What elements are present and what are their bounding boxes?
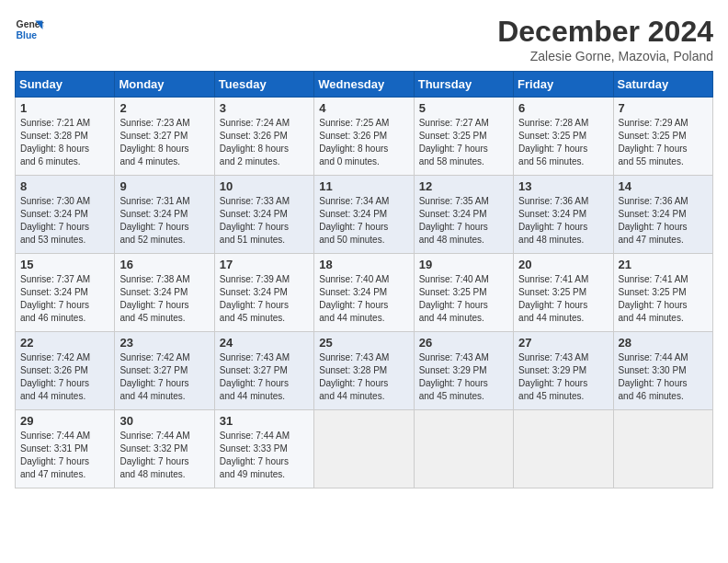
day-info: Sunrise: 7:31 AM Sunset: 3:24 PM Dayligh… <box>119 195 209 247</box>
calendar-day-cell: 18Sunrise: 7:40 AM Sunset: 3:24 PM Dayli… <box>314 254 414 332</box>
day-number: 5 <box>419 101 508 115</box>
calendar-day-cell: 22Sunrise: 7:42 AM Sunset: 3:26 PM Dayli… <box>16 332 115 410</box>
day-number: 16 <box>119 258 209 271</box>
calendar-week-row: 1Sunrise: 7:21 AM Sunset: 3:28 PM Daylig… <box>16 98 713 176</box>
day-number: 31 <box>220 414 309 428</box>
calendar-day-cell: 16Sunrise: 7:38 AM Sunset: 3:24 PM Dayli… <box>115 254 214 332</box>
day-number: 11 <box>319 179 408 193</box>
day-info: Sunrise: 7:29 AM Sunset: 3:25 PM Dayligh… <box>619 117 708 168</box>
day-info: Sunrise: 7:42 AM Sunset: 3:27 PM Dayligh… <box>119 351 209 403</box>
calendar-day-cell: 3Sunrise: 7:24 AM Sunset: 3:26 PM Daylig… <box>214 98 313 176</box>
day-number: 27 <box>518 336 608 350</box>
logo: General Blue <box>15 15 44 44</box>
calendar-body: 1Sunrise: 7:21 AM Sunset: 3:28 PM Daylig… <box>16 98 713 488</box>
calendar-day-cell: 25Sunrise: 7:43 AM Sunset: 3:28 PM Dayli… <box>314 332 414 410</box>
day-number: 19 <box>419 258 508 271</box>
day-info: Sunrise: 7:40 AM Sunset: 3:25 PM Dayligh… <box>419 273 508 325</box>
calendar-day-cell: 26Sunrise: 7:43 AM Sunset: 3:29 PM Dayli… <box>414 332 513 410</box>
calendar-day-cell: 28Sunrise: 7:44 AM Sunset: 3:30 PM Dayli… <box>613 332 712 410</box>
calendar-day-cell: 1Sunrise: 7:21 AM Sunset: 3:28 PM Daylig… <box>16 98 115 176</box>
day-number: 14 <box>619 179 708 193</box>
calendar-day-cell <box>314 410 414 488</box>
day-number: 25 <box>319 336 408 350</box>
day-info: Sunrise: 7:21 AM Sunset: 3:28 PM Dayligh… <box>20 117 109 168</box>
day-header: Thursday <box>414 72 513 98</box>
day-header: Sunday <box>16 72 115 98</box>
calendar-day-cell: 11Sunrise: 7:34 AM Sunset: 3:24 PM Dayli… <box>314 176 414 254</box>
day-number: 29 <box>20 414 109 428</box>
day-number: 18 <box>319 258 408 271</box>
day-number: 22 <box>20 336 109 350</box>
calendar-day-cell: 5Sunrise: 7:27 AM Sunset: 3:25 PM Daylig… <box>414 98 513 176</box>
day-header: Saturday <box>613 72 712 98</box>
day-info: Sunrise: 7:39 AM Sunset: 3:24 PM Dayligh… <box>220 273 309 325</box>
day-number: 4 <box>319 101 408 115</box>
calendar-day-cell: 17Sunrise: 7:39 AM Sunset: 3:24 PM Dayli… <box>214 254 313 332</box>
calendar-day-cell: 24Sunrise: 7:43 AM Sunset: 3:27 PM Dayli… <box>214 332 313 410</box>
calendar-day-cell: 12Sunrise: 7:35 AM Sunset: 3:24 PM Dayli… <box>414 176 513 254</box>
day-info: Sunrise: 7:30 AM Sunset: 3:24 PM Dayligh… <box>20 195 109 247</box>
day-number: 15 <box>20 258 109 271</box>
calendar-header-row: SundayMondayTuesdayWednesdayThursdayFrid… <box>16 72 713 98</box>
day-info: Sunrise: 7:23 AM Sunset: 3:27 PM Dayligh… <box>119 117 209 168</box>
day-number: 21 <box>619 258 708 271</box>
day-info: Sunrise: 7:42 AM Sunset: 3:26 PM Dayligh… <box>20 351 109 403</box>
day-info: Sunrise: 7:41 AM Sunset: 3:25 PM Dayligh… <box>619 273 708 325</box>
calendar-day-cell: 8Sunrise: 7:30 AM Sunset: 3:24 PM Daylig… <box>16 176 115 254</box>
calendar-day-cell: 30Sunrise: 7:44 AM Sunset: 3:32 PM Dayli… <box>115 410 214 488</box>
day-info: Sunrise: 7:44 AM Sunset: 3:31 PM Dayligh… <box>20 430 109 481</box>
calendar-day-cell: 10Sunrise: 7:33 AM Sunset: 3:24 PM Dayli… <box>214 176 313 254</box>
day-number: 28 <box>619 336 708 350</box>
day-info: Sunrise: 7:36 AM Sunset: 3:24 PM Dayligh… <box>619 195 708 247</box>
day-number: 17 <box>220 258 309 271</box>
calendar-week-row: 22Sunrise: 7:42 AM Sunset: 3:26 PM Dayli… <box>16 332 713 410</box>
day-number: 3 <box>220 101 309 115</box>
calendar-day-cell: 27Sunrise: 7:43 AM Sunset: 3:29 PM Dayli… <box>514 332 613 410</box>
day-number: 20 <box>518 258 608 271</box>
calendar-week-row: 8Sunrise: 7:30 AM Sunset: 3:24 PM Daylig… <box>16 176 713 254</box>
calendar-day-cell: 6Sunrise: 7:28 AM Sunset: 3:25 PM Daylig… <box>514 98 613 176</box>
day-info: Sunrise: 7:43 AM Sunset: 3:28 PM Dayligh… <box>319 351 408 403</box>
day-info: Sunrise: 7:27 AM Sunset: 3:25 PM Dayligh… <box>419 117 508 168</box>
calendar-table: SundayMondayTuesdayWednesdayThursdayFrid… <box>15 71 713 488</box>
day-info: Sunrise: 7:36 AM Sunset: 3:24 PM Dayligh… <box>518 195 608 247</box>
day-info: Sunrise: 7:24 AM Sunset: 3:26 PM Dayligh… <box>220 117 309 168</box>
calendar-day-cell: 20Sunrise: 7:41 AM Sunset: 3:25 PM Dayli… <box>514 254 613 332</box>
day-header: Monday <box>115 72 214 98</box>
calendar-day-cell: 23Sunrise: 7:42 AM Sunset: 3:27 PM Dayli… <box>115 332 214 410</box>
day-number: 12 <box>419 179 508 193</box>
day-info: Sunrise: 7:44 AM Sunset: 3:32 PM Dayligh… <box>119 430 209 481</box>
day-info: Sunrise: 7:37 AM Sunset: 3:24 PM Dayligh… <box>20 273 109 325</box>
calendar-day-cell <box>514 410 613 488</box>
day-number: 1 <box>20 101 109 115</box>
logo-icon: General Blue <box>15 15 44 44</box>
day-info: Sunrise: 7:28 AM Sunset: 3:25 PM Dayligh… <box>518 117 608 168</box>
svg-text:Blue: Blue <box>17 30 38 40</box>
day-number: 9 <box>119 179 209 193</box>
calendar-day-cell: 21Sunrise: 7:41 AM Sunset: 3:25 PM Dayli… <box>613 254 712 332</box>
day-number: 8 <box>20 179 109 193</box>
calendar-day-cell: 4Sunrise: 7:25 AM Sunset: 3:26 PM Daylig… <box>314 98 414 176</box>
day-info: Sunrise: 7:38 AM Sunset: 3:24 PM Dayligh… <box>119 273 209 325</box>
day-number: 2 <box>119 101 209 115</box>
page-header: General Blue December 2024 Zalesie Gorne… <box>15 15 713 63</box>
calendar-day-cell: 2Sunrise: 7:23 AM Sunset: 3:27 PM Daylig… <box>115 98 214 176</box>
day-number: 26 <box>419 336 508 350</box>
calendar-day-cell <box>613 410 712 488</box>
calendar-day-cell: 14Sunrise: 7:36 AM Sunset: 3:24 PM Dayli… <box>613 176 712 254</box>
calendar-day-cell <box>414 410 513 488</box>
calendar-week-row: 15Sunrise: 7:37 AM Sunset: 3:24 PM Dayli… <box>16 254 713 332</box>
day-info: Sunrise: 7:34 AM Sunset: 3:24 PM Dayligh… <box>319 195 408 247</box>
calendar-day-cell: 7Sunrise: 7:29 AM Sunset: 3:25 PM Daylig… <box>613 98 712 176</box>
day-info: Sunrise: 7:43 AM Sunset: 3:29 PM Dayligh… <box>419 351 508 403</box>
day-header: Wednesday <box>314 72 414 98</box>
day-header: Friday <box>514 72 613 98</box>
day-number: 10 <box>220 179 309 193</box>
title-block: December 2024 Zalesie Gorne, Mazovia, Po… <box>497 15 713 63</box>
day-info: Sunrise: 7:33 AM Sunset: 3:24 PM Dayligh… <box>220 195 309 247</box>
day-info: Sunrise: 7:40 AM Sunset: 3:24 PM Dayligh… <box>319 273 408 325</box>
day-number: 23 <box>119 336 209 350</box>
day-info: Sunrise: 7:35 AM Sunset: 3:24 PM Dayligh… <box>419 195 508 247</box>
day-info: Sunrise: 7:44 AM Sunset: 3:33 PM Dayligh… <box>220 430 309 481</box>
day-info: Sunrise: 7:25 AM Sunset: 3:26 PM Dayligh… <box>319 117 408 168</box>
